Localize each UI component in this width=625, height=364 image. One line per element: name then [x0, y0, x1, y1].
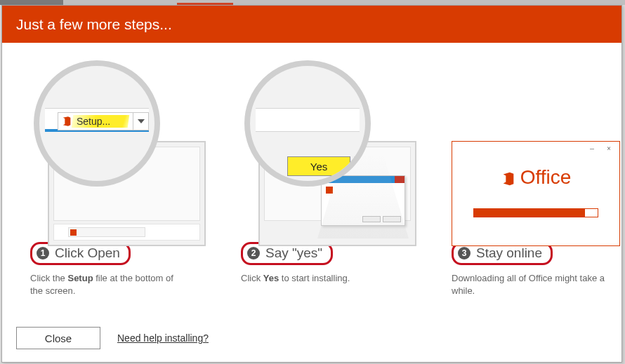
close-button[interactable]: Close: [16, 327, 100, 349]
step-2-badge: 2: [247, 247, 260, 259]
taskbar-download-item: [68, 227, 145, 237]
office-installer-window: – × Office: [452, 141, 620, 246]
magnifier-content: Setup...: [45, 108, 149, 132]
dialog-footer: Close Need help installing?: [16, 327, 209, 349]
window-controls: – ×: [590, 144, 615, 152]
dialog-header: Just a few more steps...: [2, 6, 621, 43]
browser-chrome-strip: [0, 0, 625, 5]
office-icon: [61, 116, 72, 127]
step-1: Setup... 1 Click Open Click the Setup fi…: [30, 57, 199, 297]
magnifier-ring: Setup...: [34, 60, 160, 187]
setup-download-button: Setup...: [58, 112, 149, 130]
step-2-description: Click Yes to start installing.: [241, 272, 395, 285]
step-2: Yes 2 Say "yes" Click Yes to start insta…: [241, 57, 409, 297]
dropdown-toggle: [133, 113, 148, 130]
step-2-illustration: Yes: [241, 57, 409, 232]
monitor-taskbar: [53, 224, 200, 241]
setup-button-label: Setup...: [77, 116, 110, 127]
magnifier-ring: Yes: [244, 60, 371, 187]
install-steps-dialog: Just a few more steps...: [1, 5, 622, 363]
office-icon: [70, 229, 77, 236]
step-3-illustration: – × Office: [452, 57, 620, 232]
chevron-down-icon: [138, 119, 145, 123]
step-3-description: Downloading all of Office might take a w…: [452, 272, 606, 297]
yes-button-label: Yes: [310, 161, 327, 173]
office-icon: [501, 171, 516, 187]
step-1-title: Click Open: [55, 245, 120, 261]
install-progress-fill: [474, 209, 585, 217]
chrome-dark-segment: [0, 0, 63, 5]
step-1-description: Click the Setup file at the bottom of th…: [30, 272, 185, 297]
magnifier-content: Yes: [256, 108, 360, 132]
install-progress-bar: [473, 208, 598, 217]
step-1-illustration: Setup...: [30, 57, 199, 232]
step-2-title: Say "yes": [265, 245, 322, 261]
office-brand-text: Office: [520, 166, 572, 188]
office-brand: Office: [452, 166, 619, 189]
steps-row: Setup... 1 Click Open Click the Setup fi…: [2, 43, 621, 297]
step-1-badge: 1: [37, 247, 49, 259]
yes-button: Yes: [287, 156, 350, 176]
help-installing-link[interactable]: Need help installing?: [117, 332, 209, 344]
step-3-badge: 3: [458, 247, 471, 259]
step-3: – × Office 3 Stay online Downloading all…: [452, 57, 620, 297]
step-3-title: Stay online: [476, 245, 542, 261]
dialog-title: Just a few more steps...: [16, 16, 172, 32]
